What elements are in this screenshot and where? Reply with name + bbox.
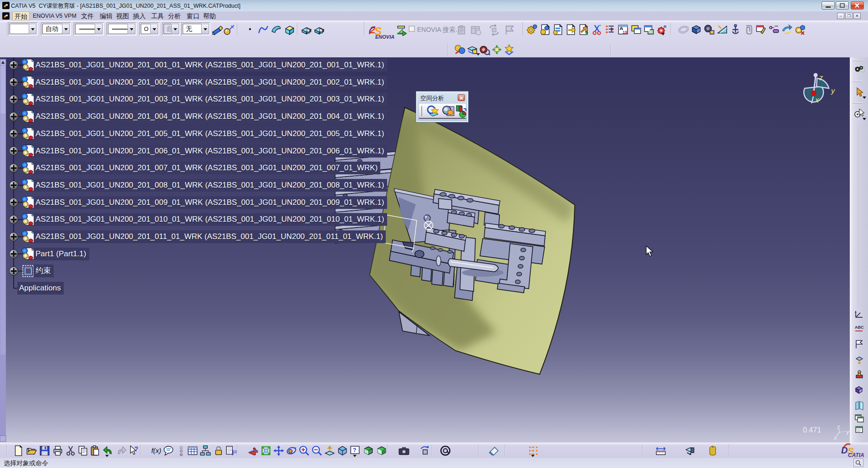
- svg-text:y: y: [846, 428, 850, 435]
- svg-text:ABC: ABC: [855, 325, 864, 330]
- svg-text:z: z: [819, 74, 823, 81]
- svg-text:15: 15: [623, 30, 628, 35]
- svg-text:?: ?: [353, 447, 357, 453]
- svg-text:z: z: [837, 423, 840, 430]
- svg-text:ENOVIA: ENOVIA: [375, 34, 394, 40]
- svg-text:CATIA: CATIA: [848, 452, 864, 458]
- svg-text:?: ?: [134, 445, 138, 453]
- svg-text:D: D: [841, 445, 848, 455]
- svg-text:x: x: [815, 96, 819, 104]
- svg-text:x: x: [833, 434, 837, 441]
- svg-text:f(x): f(x): [151, 447, 161, 454]
- svg-text:}=: }=: [232, 449, 237, 455]
- svg-text:n: n: [664, 24, 666, 29]
- svg-text:y: y: [831, 87, 835, 95]
- svg-text:0.471: 0.471: [803, 426, 821, 434]
